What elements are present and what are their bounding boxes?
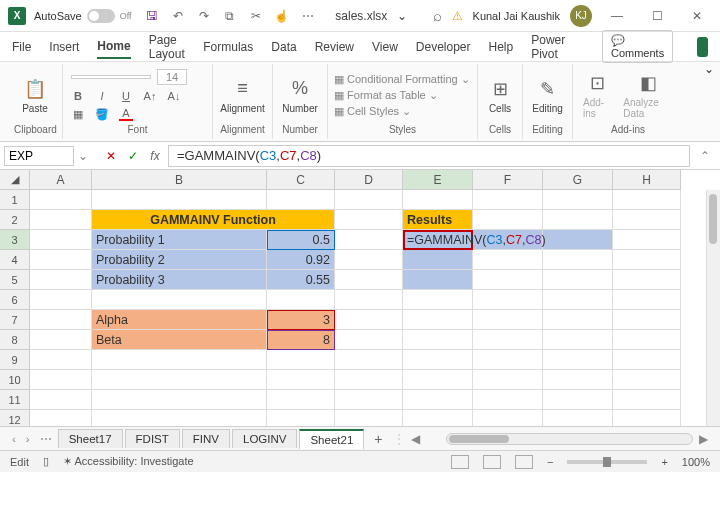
horizontal-scrollbar[interactable] [446, 433, 694, 445]
close-button[interactable]: ✕ [682, 9, 712, 23]
tab-data[interactable]: Data [271, 36, 296, 58]
sheet-more-icon[interactable]: ⋯ [36, 432, 56, 446]
col-header[interactable]: A [30, 170, 92, 190]
col-header[interactable]: B [92, 170, 267, 190]
save-icon[interactable]: 🖫 [144, 8, 160, 24]
more-icon[interactable]: ⋯ [300, 8, 316, 24]
view-break-icon[interactable] [515, 455, 533, 469]
collapse-ribbon-icon[interactable]: ⌄ [704, 62, 714, 76]
row-header[interactable]: 6 [0, 290, 30, 310]
tab-page-layout[interactable]: Page Layout [149, 29, 186, 65]
row-header[interactable]: 10 [0, 370, 30, 390]
tab-insert[interactable]: Insert [49, 36, 79, 58]
minimize-button[interactable]: — [602, 9, 632, 23]
undo-icon[interactable]: ↶ [170, 8, 186, 24]
hscroll-left-icon[interactable]: ◀ [407, 432, 424, 446]
number-button[interactable]: %Number [278, 75, 322, 116]
enter-formula-icon[interactable]: ✓ [124, 149, 142, 163]
font-size-box[interactable]: 14 [157, 69, 187, 85]
font-name-box[interactable] [71, 75, 151, 79]
sheet-tab[interactable]: Sheet17 [58, 429, 123, 448]
row-header[interactable]: 9 [0, 350, 30, 370]
row-header[interactable]: 4 [0, 250, 30, 270]
cell-c8[interactable]: 8 [267, 330, 335, 350]
cell-b8[interactable]: Beta [92, 330, 267, 350]
search-icon[interactable]: ⌕ [433, 7, 442, 24]
col-header[interactable]: G [543, 170, 613, 190]
add-sheet-icon[interactable]: + [366, 431, 390, 447]
user-avatar[interactable]: KJ [570, 5, 592, 27]
row-header[interactable]: 7 [0, 310, 30, 330]
cell-e3-active[interactable] [403, 230, 473, 250]
cell-b3[interactable]: Probability 1 [92, 230, 267, 250]
cell-b5[interactable]: Probability 3 [92, 270, 267, 290]
cell-c4[interactable]: 0.92 [267, 250, 335, 270]
tab-help[interactable]: Help [489, 36, 514, 58]
conditional-formatting-button[interactable]: ▦ Conditional Formatting ⌄ [334, 73, 470, 86]
cell-c5[interactable]: 0.55 [267, 270, 335, 290]
editing-button[interactable]: ✎Editing [528, 75, 567, 116]
zoom-out-icon[interactable]: − [547, 456, 553, 468]
touch-icon[interactable]: ☝ [274, 8, 290, 24]
vertical-scrollbar[interactable] [706, 190, 720, 426]
namebox-chevron-icon[interactable]: ⌄ [78, 149, 88, 163]
view-page-icon[interactable] [483, 455, 501, 469]
cell-e2[interactable]: Results [403, 210, 473, 230]
autosave-toggle[interactable]: AutoSave Off [34, 9, 132, 23]
name-box[interactable] [4, 146, 74, 166]
fill-color-icon[interactable]: 🪣 [95, 107, 109, 121]
tab-power-pivot[interactable]: Power Pivot [531, 29, 566, 65]
formula-input[interactable]: =GAMMAINV(C3,C7,C8) [168, 145, 690, 167]
row-header[interactable]: 11 [0, 390, 30, 410]
share-button[interactable] [697, 37, 708, 57]
cell-b2c2[interactable]: GAMMAINV Function [92, 210, 335, 230]
select-all-corner[interactable]: ◢ [0, 170, 30, 190]
zoom-slider[interactable] [567, 460, 647, 464]
col-header[interactable]: F [473, 170, 543, 190]
cancel-formula-icon[interactable]: ✕ [102, 149, 120, 163]
row-header[interactable]: 8 [0, 330, 30, 350]
cell-b4[interactable]: Probability 2 [92, 250, 267, 270]
row-header[interactable]: 3 [0, 230, 30, 250]
scrollbar-thumb[interactable] [709, 194, 717, 244]
cell-b7[interactable]: Alpha [92, 310, 267, 330]
sheet-tab-active[interactable]: Sheet21 [299, 429, 364, 449]
row-header[interactable]: 1 [0, 190, 30, 210]
expand-formula-icon[interactable]: ⌃ [694, 149, 716, 163]
accessibility-status[interactable]: ✶ Accessibility: Investigate [63, 455, 194, 468]
tab-file[interactable]: File [12, 36, 31, 58]
maximize-button[interactable]: ☐ [642, 9, 672, 23]
comments-button[interactable]: 💬 Comments [602, 30, 673, 63]
border-icon[interactable]: ▦ [71, 107, 85, 121]
tab-formulas[interactable]: Formulas [203, 36, 253, 58]
font-color-icon[interactable]: A [119, 107, 133, 121]
cut-icon[interactable]: ✂ [248, 8, 264, 24]
scrollbar-thumb[interactable] [449, 435, 509, 443]
paste-button[interactable]: 📋Paste [18, 75, 52, 116]
cell-c7[interactable]: 3 [267, 310, 335, 330]
tab-developer[interactable]: Developer [416, 36, 471, 58]
sheet-nav-prev-icon[interactable]: ‹ [8, 433, 20, 445]
copy-icon[interactable]: ⧉ [222, 8, 238, 24]
zoom-level[interactable]: 100% [682, 456, 710, 468]
username[interactable]: Kunal Jai Kaushik [473, 10, 560, 22]
sheet-tab[interactable]: FDIST [125, 429, 180, 448]
sheet-nav-next-icon[interactable]: › [22, 433, 34, 445]
row-header[interactable]: 5 [0, 270, 30, 290]
alignment-button[interactable]: ≡Alignment [216, 75, 268, 116]
redo-icon[interactable]: ↷ [196, 8, 212, 24]
col-header[interactable]: H [613, 170, 681, 190]
fx-icon[interactable]: fx [146, 149, 164, 163]
row-header[interactable]: 12 [0, 410, 30, 426]
hscroll-right-icon[interactable]: ▶ [695, 432, 712, 446]
sheet-tab[interactable]: LOGINV [232, 429, 297, 448]
tab-view[interactable]: View [372, 36, 398, 58]
addins-button[interactable]: ⊡Add-ins [579, 69, 615, 121]
warning-icon[interactable]: ⚠ [452, 9, 463, 23]
col-header[interactable]: E [403, 170, 473, 190]
format-as-table-button[interactable]: ▦ Format as Table ⌄ [334, 89, 438, 102]
italic-icon[interactable]: I [95, 89, 109, 103]
filename[interactable]: sales.xlsx ⌄ [316, 9, 433, 23]
col-header[interactable]: D [335, 170, 403, 190]
col-header[interactable]: C [267, 170, 335, 190]
